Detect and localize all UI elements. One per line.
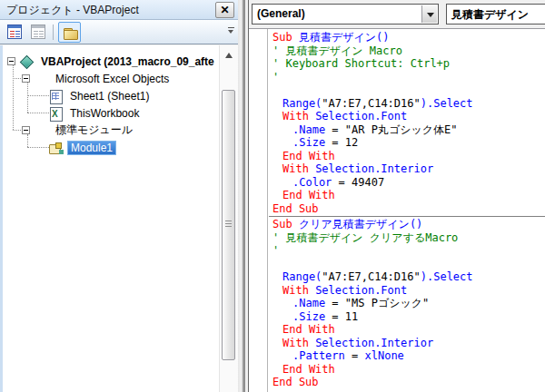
code-token: End Sub — [272, 376, 319, 388]
code-line[interactable]: ' 見積書デザイン クリアするMacro — [269, 231, 545, 245]
project-panel-toolbar — [0, 20, 238, 44]
tree-item[interactable]: ThisWorkbook — [3, 104, 222, 122]
code-line[interactable]: ' 見積書デザイン Macro — [269, 44, 545, 58]
code-token: End With — [282, 363, 335, 376]
code-line[interactable]: .Name = "AR P丸ゴシック体E" — [269, 123, 545, 137]
code-line[interactable]: .Color = 49407 — [269, 176, 545, 190]
code-line[interactable]: .Size = 12 — [269, 136, 545, 150]
code-line[interactable]: ' Keyboard Shortcut: Ctrl+p — [269, 57, 545, 71]
code-token: ' Keyboard Shortcut: Ctrl+p — [272, 57, 450, 70]
code-token: = 49407 — [332, 176, 384, 189]
code-line[interactable]: .Pattern = xlNone — [269, 349, 545, 363]
code-token: Selection.Interior — [315, 162, 433, 175]
toolbar-overflow-icon[interactable] — [228, 27, 236, 34]
view-object-icon — [31, 24, 45, 39]
close-button[interactable]: ✕ — [215, 2, 234, 18]
project-icon — [19, 54, 34, 69]
view-code-button[interactable] — [5, 24, 24, 41]
code-token: = "AR P丸ゴシック体E" — [325, 123, 457, 136]
panel-divider[interactable] — [238, 0, 248, 392]
dropdown-arrow-icon[interactable] — [421, 5, 437, 23]
code-line[interactable]: End With — [269, 189, 545, 202]
code-line[interactable]: With Selection.Font — [269, 284, 545, 298]
tree-item[interactable]: Module1 — [3, 139, 222, 156]
code-line[interactable]: With Selection.Font — [269, 110, 545, 123]
code-token: With — [282, 337, 315, 349]
code-line[interactable]: With Selection.Interior — [269, 162, 545, 176]
tree-item-label[interactable]: 標準モジュール — [53, 122, 135, 139]
module-icon — [48, 141, 63, 155]
folder-icon — [34, 123, 48, 138]
tree-item-label[interactable]: ThisWorkbook — [67, 106, 142, 121]
code-line[interactable]: ' — [269, 71, 545, 84]
tree-item[interactable]: Sheet1 (Sheet1) — [3, 87, 222, 104]
tree-item[interactable]: 標準モジュール — [3, 122, 222, 139]
project-tree: VBAProject (2013_macro_09_afteMicrosoft … — [0, 45, 238, 392]
collapse-expander-icon[interactable] — [22, 74, 30, 83]
close-icon: ✕ — [220, 4, 229, 16]
code-token: Selection.Font — [315, 110, 407, 122]
code-token: ' — [272, 244, 279, 257]
code-token: "A7:E7,C14:D16" — [322, 270, 420, 283]
code-token: Selection.Font — [315, 284, 407, 297]
code-line[interactable] — [269, 83, 545, 97]
code-token: Sub — [272, 31, 299, 44]
code-token: End Sub — [272, 202, 319, 215]
tree-item-label[interactable]: Sheet1 (Sheet1) — [67, 89, 152, 103]
collapse-expander-icon[interactable] — [22, 126, 30, 134]
code-margin-indicator-bar[interactable] — [249, 29, 268, 392]
code-token: ' 見積書デザイン クリアするMacro — [272, 231, 458, 244]
folder-icon — [63, 25, 77, 40]
scroll-up-icon[interactable] — [225, 53, 233, 58]
code-token: クリア見積書デザイン() — [299, 218, 422, 230]
view-object-button[interactable] — [29, 24, 47, 41]
project-panel-title: プロジェクト - VBAProject — [6, 3, 139, 18]
tree-item-label[interactable]: VBAProject (2013_macro_09_afte — [38, 54, 217, 69]
code-line[interactable]: Sub 見積書デザイン() — [269, 31, 545, 44]
sheet-icon — [48, 89, 63, 103]
toolbar-separator — [53, 24, 54, 40]
code-token: xlNone — [364, 349, 403, 362]
code-line[interactable]: Sub クリア見積書デザイン() — [269, 218, 545, 231]
code-line[interactable]: End With — [269, 323, 545, 337]
code-line[interactable]: End Sub — [269, 376, 545, 389]
tree-item[interactable]: Microsoft Excel Objects — [3, 70, 222, 87]
code-line[interactable]: End With — [269, 150, 545, 163]
code-token: = — [345, 349, 365, 362]
object-dropdown[interactable]: (General) — [252, 4, 439, 24]
code-editor[interactable]: Sub 見積書デザイン()' 見積書デザイン Macro' Keyboard S… — [249, 29, 545, 392]
code-token: 見積書デザイン() — [299, 31, 390, 44]
code-token: End With — [282, 150, 335, 162]
code-header: (General) 見積書デザイン — [249, 0, 545, 29]
toggle-folders-button[interactable] — [58, 22, 81, 43]
code-line[interactable]: With Selection.Interior — [269, 337, 545, 350]
collapse-expander-icon[interactable] — [7, 57, 15, 65]
code-token: With — [282, 162, 315, 175]
code-token: Selection.Interior — [315, 337, 433, 349]
code-line[interactable]: ' — [269, 244, 545, 258]
tree-item-label[interactable]: Module1 — [67, 141, 116, 155]
object-dropdown-value: (General) — [257, 7, 305, 20]
code-line[interactable]: Range("A7:E7,C14:D16").Select — [269, 270, 545, 284]
code-line[interactable]: End With — [269, 363, 545, 377]
code-token: End With — [282, 189, 335, 201]
procedure-dropdown-value: 見積書デザイン — [451, 7, 529, 23]
code-token: = 11 — [325, 310, 358, 323]
procedure-dropdown[interactable]: 見積書デザイン — [446, 4, 545, 24]
code-token: = 12 — [325, 136, 358, 149]
code-line[interactable]: .Size = 11 — [269, 310, 545, 324]
code-token: ).Select — [421, 270, 473, 283]
code-line[interactable]: End Sub — [269, 202, 545, 216]
folder-icon — [34, 72, 48, 86]
code-line[interactable] — [269, 258, 545, 271]
tree-item-label[interactable]: Microsoft Excel Objects — [53, 72, 172, 86]
tree-scrollbar[interactable] — [219, 45, 238, 392]
tree-item[interactable]: VBAProject (2013_macro_09_afte — [3, 53, 222, 70]
view-code-icon — [7, 24, 22, 39]
scrollbar-thumb[interactable] — [222, 90, 235, 360]
code-token: .Name — [292, 297, 325, 309]
procedure-separator — [269, 215, 545, 218]
code-token: Range( — [282, 270, 322, 283]
code-line[interactable]: Range("A7:E7,C14:D16").Select — [269, 97, 545, 111]
code-line[interactable]: .Name = "MS Pゴシック" — [269, 297, 545, 310]
